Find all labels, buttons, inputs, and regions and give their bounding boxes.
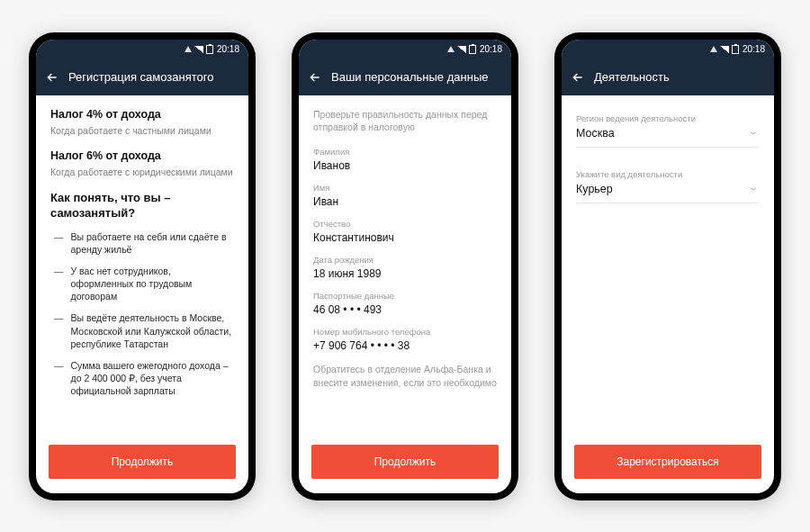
content-area: Регион ведения деятельности Москва Укажи… <box>562 95 774 436</box>
continue-button[interactable]: Продолжить <box>49 445 236 479</box>
status-icons <box>184 45 213 54</box>
bullet-text: Сумма вашего ежегодного дохода – до 2 40… <box>71 359 235 398</box>
select-value: Москва <box>576 127 760 140</box>
phone-mockup-3: 20:18 Деятельность Регион ведения деятел… <box>554 32 781 500</box>
status-icons <box>710 45 739 54</box>
status-icons <box>447 45 476 54</box>
field-value: +7 906 764 • • • • 38 <box>313 339 497 352</box>
dash-icon: — <box>54 265 64 303</box>
network-icon <box>194 46 203 53</box>
signal-icon <box>710 46 717 52</box>
dash-icon: — <box>54 311 64 350</box>
status-bar: 20:18 <box>36 40 248 59</box>
screen-2: 20:18 Ваши персональные данные Проверьте… <box>299 40 511 493</box>
page-title: Ваши персональные данные <box>331 70 488 84</box>
region-select[interactable]: Регион ведения деятельности Москва <box>576 108 760 148</box>
chevron-down-icon <box>749 129 758 138</box>
field-label: Имя <box>313 183 497 193</box>
battery-icon <box>469 45 476 54</box>
button-area: Зарегистрироваться <box>562 436 774 493</box>
field-name: Имя Иван <box>313 183 497 208</box>
tax2-title: Налог 6% от дохода <box>50 149 234 162</box>
field-passport: Паспортные данные 46 08 • • • 493 <box>313 291 497 316</box>
field-value: 18 июня 1989 <box>313 267 497 280</box>
field-birthdate: Дата рождения 18 июня 1989 <box>313 255 497 280</box>
field-value: Иван <box>313 195 497 208</box>
page-title: Деятельность <box>594 70 670 84</box>
phone-mockup-1: 20:18 Регистрация самозанятого Налог 4% … <box>29 32 256 500</box>
page-title: Регистрация самозанятого <box>68 70 214 84</box>
tax1-title: Налог 4% от дохода <box>50 108 234 121</box>
battery-icon <box>732 45 739 54</box>
back-icon[interactable] <box>45 70 59 85</box>
bullet-text: У вас нет сотрудников, оформленных по тр… <box>71 265 235 303</box>
bullet-text: Вы ведёте деятельность в Москве, Московс… <box>71 311 235 350</box>
select-label: Регион ведения деятельности <box>576 113 760 123</box>
list-item: —У вас нет сотрудников, оформленных по т… <box>54 265 234 303</box>
tax2-sub: Когда работаете с юридическими лицами <box>50 166 234 178</box>
hint-bottom: Обратитесь в отделение Альфа-Банка и вне… <box>313 363 497 389</box>
activity-select[interactable]: Укажите вид деятельности Курьер <box>576 164 760 203</box>
continue-button[interactable]: Продолжить <box>311 445 499 479</box>
field-value: Константинович <box>313 231 497 244</box>
app-bar: Ваши персональные данные <box>299 59 511 95</box>
status-time: 20:18 <box>217 44 239 54</box>
status-bar: 20:18 <box>562 40 774 59</box>
network-icon <box>720 46 729 53</box>
phone-mockup-2: 20:18 Ваши персональные данные Проверьте… <box>292 32 518 500</box>
dash-icon: — <box>54 359 64 398</box>
screen-1: 20:18 Регистрация самозанятого Налог 4% … <box>36 40 248 493</box>
button-area: Продолжить <box>299 436 511 493</box>
status-time: 20:18 <box>480 44 502 54</box>
tax1-sub: Когда работаете с частными лицами <box>50 124 234 137</box>
select-label: Укажите вид деятельности <box>576 169 760 179</box>
app-bar: Регистрация самозанятого <box>36 59 248 95</box>
chevron-down-icon <box>749 185 758 194</box>
register-button[interactable]: Зарегистрироваться <box>574 445 761 479</box>
field-phone: Номер мобильного телефона +7 906 764 • •… <box>313 327 497 352</box>
hint-top: Проверьте правильность данных перед отпр… <box>313 108 497 134</box>
field-label: Отчество <box>313 219 497 229</box>
field-value: Иванов <box>313 159 497 172</box>
status-bar: 20:18 <box>299 40 511 59</box>
button-area: Продолжить <box>36 436 248 493</box>
field-value: 46 08 • • • 493 <box>313 303 497 316</box>
field-label: Паспортные данные <box>313 291 497 301</box>
back-icon[interactable] <box>571 70 585 85</box>
back-icon[interactable] <box>308 70 322 85</box>
bullet-list: —Вы работаете на себя или сдаёте в аренд… <box>50 230 234 398</box>
battery-icon <box>206 45 213 54</box>
field-label: Фамилия <box>313 147 497 157</box>
select-value: Курьер <box>576 183 760 195</box>
list-item: —Вы ведёте деятельность в Москве, Москов… <box>54 311 234 350</box>
screen-3: 20:18 Деятельность Регион ведения деятел… <box>562 40 774 493</box>
list-item: —Вы работаете на себя или сдаёте в аренд… <box>54 230 234 256</box>
field-surname: Фамилия Иванов <box>313 147 497 172</box>
network-icon <box>457 46 466 53</box>
question-heading: Как понять, что вы – самозанятый? <box>50 191 234 221</box>
status-time: 20:18 <box>742 44 765 54</box>
dash-icon: — <box>54 230 64 256</box>
signal-icon <box>447 46 454 52</box>
bullet-text: Вы работаете на себя или сдаёте в аренду… <box>71 230 235 256</box>
content-area: Проверьте правильность данных перед отпр… <box>299 95 511 436</box>
signal-icon <box>184 46 192 52</box>
app-bar: Деятельность <box>562 59 774 95</box>
field-label: Номер мобильного телефона <box>313 327 497 337</box>
list-item: —Сумма вашего ежегодного дохода – до 2 4… <box>54 359 234 398</box>
field-patronymic: Отчество Константинович <box>313 219 497 244</box>
content-area: Налог 4% от дохода Когда работаете с час… <box>36 95 248 436</box>
field-label: Дата рождения <box>313 255 497 265</box>
